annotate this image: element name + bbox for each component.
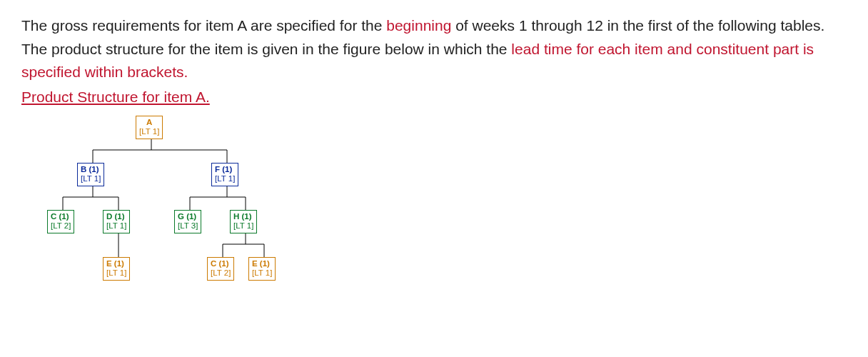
node-d-lt: [LT 1] xyxy=(106,221,126,231)
structure-title: Product Structure for item A. xyxy=(21,86,847,109)
node-f: F (1) [LT 1] xyxy=(211,163,238,186)
node-a: A [LT 1] xyxy=(136,116,163,139)
node-c-lt: [LT 2] xyxy=(51,221,71,231)
node-h-label: H (1) xyxy=(233,212,253,221)
node-d: D (1) [LT 1] xyxy=(103,210,130,233)
node-b-label: B (1) xyxy=(81,165,101,174)
node-e-label: E (1) xyxy=(106,259,126,268)
node-h-lt: [LT 1] xyxy=(233,221,253,231)
node-c: C (1) [LT 2] xyxy=(47,210,74,233)
node-a-label: A xyxy=(139,118,159,127)
node-c-label: C (1) xyxy=(51,212,71,221)
node-f-label: F (1) xyxy=(215,165,235,174)
node-b: B (1) [LT 1] xyxy=(77,163,104,186)
node-h-e-label: E (1) xyxy=(252,259,272,268)
node-h-c-label: C (1) xyxy=(211,259,231,268)
node-e-lt: [LT 1] xyxy=(106,268,126,278)
node-h: H (1) [LT 1] xyxy=(230,210,257,233)
node-a-lt: [LT 1] xyxy=(139,127,159,136)
product-structure-tree: A [LT 1] B (1) [LT 1] F (1) [LT 1] C (1)… xyxy=(29,113,300,320)
node-g-label: G (1) xyxy=(178,212,198,221)
node-h-c: C (1) [LT 2] xyxy=(207,257,234,280)
paragraph-text-1: The gross requirements for item A are sp… xyxy=(21,17,386,34)
node-g-lt: [LT 3] xyxy=(178,221,198,231)
paragraph-highlight-beginning: beginning xyxy=(386,17,451,34)
problem-paragraph: The gross requirements for item A are sp… xyxy=(21,14,847,84)
node-h-e-lt: [LT 1] xyxy=(252,268,272,278)
node-h-e: E (1) [LT 1] xyxy=(248,257,276,280)
node-d-label: D (1) xyxy=(106,212,126,221)
node-b-lt: [LT 1] xyxy=(81,174,101,183)
node-f-lt: [LT 1] xyxy=(215,174,235,183)
node-e: E (1) [LT 1] xyxy=(103,257,130,280)
node-h-c-lt: [LT 2] xyxy=(211,268,231,278)
node-g: G (1) [LT 3] xyxy=(174,210,201,233)
